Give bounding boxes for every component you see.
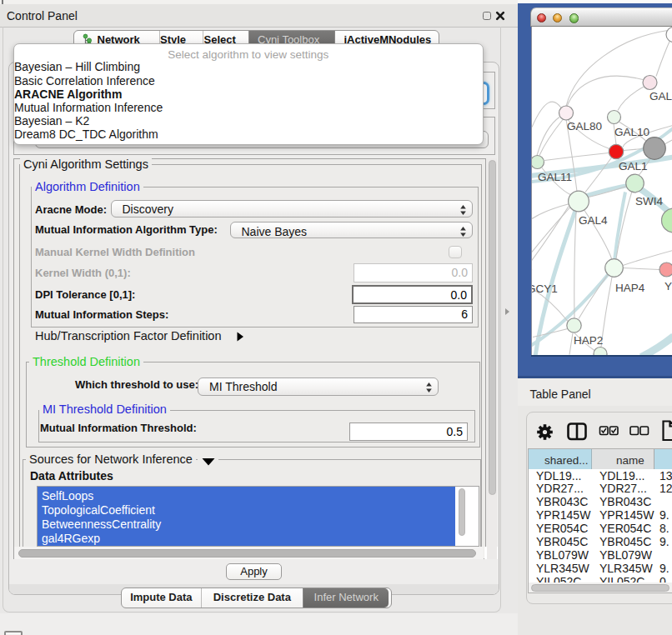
svg-text:GAL11: GAL11 [538, 171, 572, 183]
svg-text:GAL1: GAL1 [619, 159, 648, 172]
svg-text:Y: Y [664, 279, 672, 292]
svg-text:HAP4: HAP4 [615, 281, 645, 293]
svg-text:GAL7: GAL7 [649, 89, 672, 102]
svg-text:GAL10: GAL10 [614, 126, 649, 138]
svg-text:HAP2: HAP2 [574, 334, 603, 347]
svg-text:GAL4: GAL4 [579, 214, 608, 227]
svg-text:GAL80: GAL80 [567, 120, 602, 132]
svg-text:GCY1: GCY1 [532, 282, 558, 294]
svg-text:SWI4: SWI4 [635, 194, 663, 207]
